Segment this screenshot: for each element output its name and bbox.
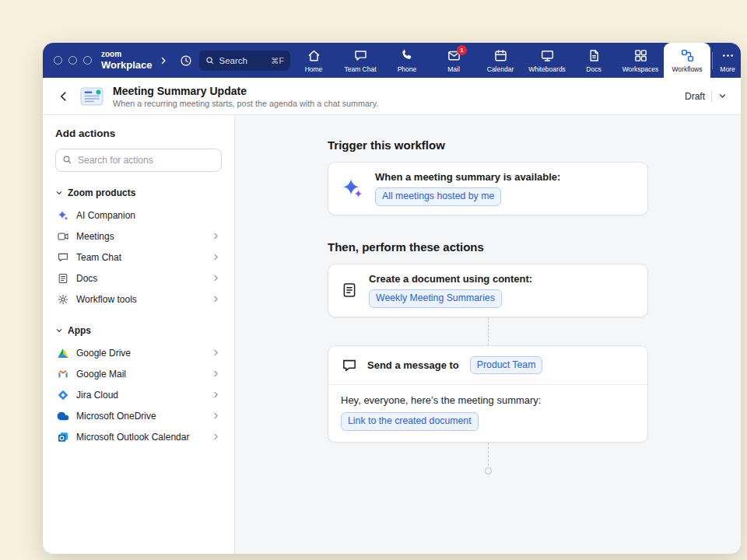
onedrive-icon: [57, 410, 69, 422]
workflow-header: Meeting Summary Update When a recurring …: [43, 78, 741, 115]
chevron-down-icon: [55, 327, 63, 334]
sidebar-item-label: Microsoft Outlook Calendar: [76, 432, 189, 443]
workflow-title: Meeting Summary Update: [113, 85, 378, 97]
nav-label-home: Home: [305, 65, 323, 73]
section-label: Apps: [68, 325, 91, 336]
zoom-workplace-logo: zoom Workplace: [101, 51, 153, 70]
sidebar-item-meetings[interactable]: Meetings: [55, 226, 222, 247]
nav-item-more[interactable]: More: [714, 43, 741, 78]
window-zoom-button[interactable]: [83, 56, 92, 65]
create-document-card[interactable]: Create a document using content: Weekly …: [328, 264, 648, 317]
search-shortcut: ⌘F: [271, 56, 284, 65]
app-window: zoom Workplace Search ⌘F Home Team Chat: [43, 43, 741, 554]
sidebar-item-team-chat[interactable]: Team Chat: [55, 247, 222, 268]
nav-item-workspaces[interactable]: Workspaces: [617, 43, 664, 78]
sidebar-item-microsoft-outlook-calendar[interactable]: Microsoft Outlook Calendar: [55, 426, 222, 447]
more-icon: [721, 48, 735, 63]
nav-item-mail[interactable]: 1 Mail: [430, 43, 477, 78]
chevron-right-icon: [212, 390, 220, 399]
sidebar-item-workflow-tools[interactable]: Workflow tools: [55, 289, 222, 310]
send-message-card[interactable]: Send a message to Product Team Hey, ever…: [328, 345, 648, 443]
gmail-icon: [57, 368, 69, 380]
nav-label-workflows: Workflows: [672, 65, 702, 73]
chevron-right-icon: [212, 369, 220, 378]
nav-label-team-chat: Team Chat: [344, 65, 376, 73]
home-icon: [307, 48, 321, 63]
sidebar-item-docs[interactable]: Docs: [55, 268, 222, 289]
sidebar-item-google-mail[interactable]: Google Mail: [55, 363, 222, 384]
back-button[interactable]: [57, 89, 71, 103]
nav-label-whiteboards: Whiteboards: [528, 65, 566, 73]
message-recipient-chip[interactable]: Product Team: [470, 356, 543, 375]
nav-label-docs: Docs: [586, 65, 601, 73]
jira-icon: [57, 389, 69, 401]
window-close-button[interactable]: [54, 56, 62, 65]
sidebar-item-label: Meetings: [76, 231, 114, 242]
mail-unread-badge: 1: [457, 45, 467, 55]
sidebar-item-jira-cloud[interactable]: Jira Cloud: [55, 384, 222, 405]
sidebar-item-ai-companion[interactable]: AI Companion: [55, 205, 222, 226]
sidebar-item-microsoft-onedrive[interactable]: Microsoft OneDrive: [55, 405, 222, 426]
chevron-down-icon: [55, 189, 63, 197]
window-minimize-button[interactable]: [68, 56, 77, 65]
message-body-text: Hey, everyone, here’s the meeting summar…: [341, 394, 541, 406]
nav-item-phone[interactable]: Phone: [384, 43, 430, 78]
gear-icon: [57, 293, 69, 306]
brand-workplace: Workplace: [101, 60, 153, 70]
search-label: Search: [219, 56, 247, 65]
docs-icon: [587, 48, 601, 63]
actions-search-input[interactable]: [55, 149, 222, 172]
nav-label-workspaces: Workspaces: [622, 65, 659, 73]
section-label: Zoom products: [68, 187, 135, 198]
chat-icon: [353, 48, 368, 63]
nav-separator: [712, 52, 713, 69]
chevron-right-icon: [212, 232, 220, 240]
flow-connector: [488, 443, 489, 466]
sidebar-item-label: AI Companion: [76, 210, 135, 221]
sidebar-item-google-drive[interactable]: Google Drive: [55, 342, 222, 363]
actions-heading: Then, perform these actions: [328, 240, 648, 254]
top-nav-bar: zoom Workplace Search ⌘F Home Team Chat: [43, 43, 741, 78]
ai-sparkle-icon: [57, 209, 69, 222]
history-icon[interactable]: [179, 54, 193, 68]
status-divider: [711, 91, 712, 102]
nav-label-phone: Phone: [398, 65, 417, 73]
message-link-chip[interactable]: Link to the created document: [341, 412, 479, 431]
workflows-icon: [680, 48, 695, 63]
message-bubble-icon: [341, 357, 358, 374]
trigger-scope-chip[interactable]: All meetings hosted by me: [375, 187, 501, 206]
section-apps[interactable]: Apps: [55, 325, 222, 336]
nav-item-team-chat[interactable]: Team Chat: [337, 43, 384, 78]
whiteboard-icon: [540, 48, 555, 63]
document-content-chip[interactable]: Weekly Meeting Summaries: [369, 289, 502, 308]
add-next-action-node[interactable]: [485, 467, 492, 474]
sidebar-item-label: Microsoft OneDrive: [76, 411, 156, 422]
global-search[interactable]: Search ⌘F: [199, 51, 290, 71]
add-actions-sidebar: Add actions Zoom products AI Companion M…: [43, 115, 235, 554]
calendar-icon: [493, 48, 508, 63]
status-label: Draft: [685, 91, 705, 102]
meeting-summary-thumbnail-icon: [80, 86, 103, 107]
trigger-heading: Trigger this workflow: [328, 138, 648, 152]
section-zoom-products[interactable]: Zoom products: [55, 187, 222, 198]
nav-item-whiteboards[interactable]: Whiteboards: [524, 43, 570, 78]
nav-item-calendar[interactable]: Calendar: [477, 43, 524, 78]
nav-item-home[interactable]: Home: [290, 43, 337, 78]
window-controls[interactable]: [54, 56, 92, 65]
chevron-right-icon: [212, 348, 220, 357]
chevron-right-icon[interactable]: [159, 56, 168, 65]
chevron-right-icon: [212, 274, 220, 282]
create-document-text: Create a document using content:: [369, 273, 532, 285]
nav-item-docs[interactable]: Docs: [570, 43, 617, 78]
nav-item-workflows[interactable]: Workflows: [664, 43, 710, 78]
chevron-right-icon: [212, 295, 220, 303]
trigger-card[interactable]: When a meeting summary is available: All…: [328, 162, 648, 215]
status-dropdown[interactable]: Draft: [685, 91, 727, 102]
nav-label-mail: Mail: [447, 65, 460, 73]
trigger-text: When a meeting summary is available:: [375, 171, 560, 183]
chevron-right-icon: [212, 432, 220, 441]
chat-icon: [57, 251, 69, 264]
workflow-title-block: Meeting Summary Update When a recurring …: [113, 85, 378, 108]
chevron-left-icon: [57, 89, 71, 103]
sidebar-heading: Add actions: [55, 128, 222, 139]
